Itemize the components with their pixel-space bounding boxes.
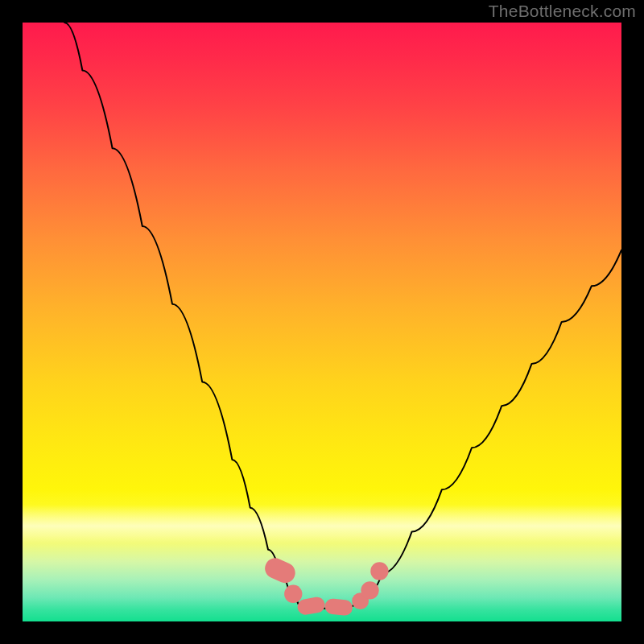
curve-right-curve bbox=[358, 250, 621, 604]
valley-marker-6 bbox=[370, 562, 388, 580]
valley-marker-5 bbox=[361, 581, 378, 599]
valley-marker-0 bbox=[262, 555, 299, 586]
watermark-text: TheBottleneck.com bbox=[489, 2, 636, 21]
valley-marker-1 bbox=[284, 585, 302, 603]
marker-group bbox=[262, 555, 388, 616]
curve-left-curve bbox=[64, 23, 298, 604]
curve-layer bbox=[23, 23, 621, 621]
valley-marker-2 bbox=[296, 596, 326, 616]
chart-frame: TheBottleneck.com bbox=[0, 0, 644, 644]
valley-marker-3 bbox=[324, 598, 353, 617]
plot-area bbox=[23, 23, 621, 621]
curve-group bbox=[64, 23, 621, 609]
